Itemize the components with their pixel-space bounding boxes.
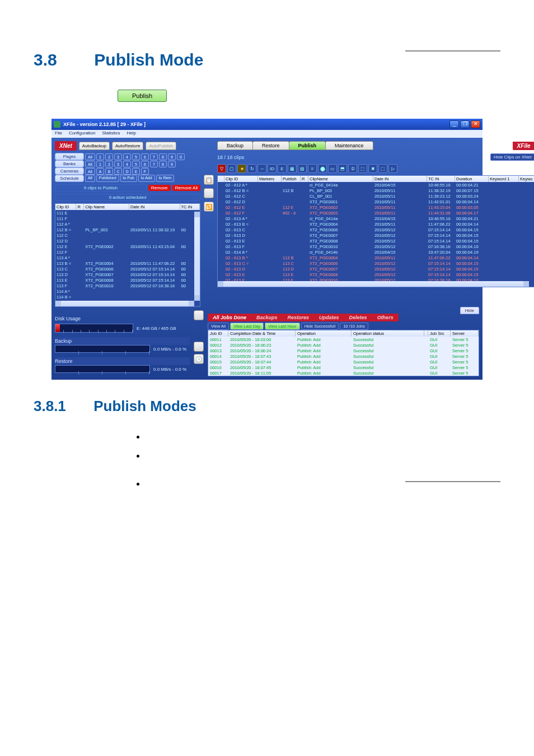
cameras-btn-e[interactable]: E [132,168,140,175]
pages-btn-1[interactable]: 1 [96,153,104,160]
toolbar-icon-10[interactable]: ⬤ [318,164,327,173]
table-row[interactable]: 02 - 612 DXT2_PGE00012010/05/1111:42:01.… [218,199,534,204]
table-row[interactable]: 000112010/05/20 - 18:03:00Publish: AddSu… [208,337,479,342]
table-row[interactable]: 114 A * [55,288,200,294]
toolbar-icon-5[interactable]: ID [268,164,277,173]
table-row[interactable]: 113 FXT2_PGE00102010/05/12 07:16:38.1600 [55,283,200,288]
pages-btn-0[interactable]: 0 [177,153,185,160]
table-row[interactable]: 02 - 613 B *113 BXT2_PGE00042010/05/1111… [218,255,534,260]
hide-clips-button[interactable]: Hide Clips on XNet [490,153,534,161]
table-row[interactable]: 02 - 613 A *cl_PGE_0414a2010/04/1510:46:… [218,216,534,221]
table-row[interactable]: 113 A * [55,255,200,260]
table-row[interactable]: 113 DXT2_PGE00072010/05/12 07:15:14.1400 [55,272,200,277]
filter-last-day[interactable]: View Last Day [230,323,264,330]
table-row[interactable]: 000172010/05/20 - 18:11:05Publish: AddSu… [208,370,479,376]
table-row[interactable]: 000132010/05/20 - 18:06:24Publish: AddSu… [208,348,479,353]
cameras-btn-all[interactable]: All [85,168,95,175]
toolbar-icon-3[interactable]: ↻ [247,164,256,173]
sync-icon[interactable]: 🔁 [204,202,214,212]
remove-button[interactable]: Remove [148,185,171,191]
jobs-hide-button[interactable]: Hide [460,307,479,314]
pages-btn-all[interactable]: All [85,153,95,160]
back-arrow-icon[interactable]: ⬅ [204,188,214,198]
minimize-button[interactable]: _ [449,120,459,128]
banks-btn-8[interactable]: 8 [159,161,167,167]
tab-autopublish[interactable]: AutoPublish [146,142,176,150]
toolbar-icon-9[interactable]: ≡ [308,164,317,173]
table-row[interactable]: 02 - 612 E112 EXT2_PGE00022010/05/1111:4… [218,204,534,210]
banks-btn-5[interactable]: 5 [132,161,140,167]
pages-btn-6[interactable]: 6 [141,153,149,160]
menu-configuration[interactable]: Configuration [69,130,96,137]
check-icon[interactable]: ✔ [194,342,204,352]
table-row[interactable]: 02 - 613 B =XT2_PGE00042010/05/1111:47:0… [218,221,534,227]
table-row[interactable]: 000142010/05/20 - 18:07:43Publish: AddSu… [208,353,479,359]
table-row[interactable]: 02 - 613 D113 DXT2_PGE00072010/05/1207:1… [218,266,534,272]
table-row[interactable]: 112 B =PL_BP_0032010/05/11 11:38:32.1900 [55,227,200,232]
table-row[interactable]: 000122010/05/20 - 18:06:23Publish: AddSu… [208,342,479,348]
cameras-btn-d[interactable]: D [123,168,131,175]
pages-btn-5[interactable]: 5 [132,153,140,160]
banks-btn-6[interactable]: 6 [141,161,149,167]
table-row[interactable]: 114 B = [55,294,200,300]
toolbar-icon-17[interactable]: ▷ [388,164,397,173]
toolbar-icon-1[interactable]: ▢ [227,164,236,173]
jobs-tab-deletes[interactable]: Deletes [344,314,372,321]
table-row[interactable]: 02 - 613 FXT2_PGE00102010/05/1207:16:38.… [218,244,534,249]
table-row[interactable]: 112 F [55,249,200,255]
banks-btn-4[interactable]: 4 [123,161,131,167]
menu-statistics[interactable]: Statistics [102,130,120,137]
table-row[interactable]: 112 D [55,238,200,244]
table-row[interactable]: 111 E [55,210,200,216]
cameras-btn-f[interactable]: F [141,168,149,175]
pages-btn-7[interactable]: 7 [150,153,158,160]
table-row[interactable]: 113 EXT2_PGE00082010/05/12 07:15:14.1400 [55,277,200,283]
schedule-btn-published[interactable]: Published [96,175,119,182]
close-button[interactable]: ✕ [471,120,480,128]
row-label[interactable]: Banks [55,160,84,167]
jobs-tab-backups[interactable]: Backups [251,314,283,321]
banks-btn-1[interactable]: 1 [96,161,104,167]
pages-btn-9[interactable]: 9 [168,153,176,160]
banks-btn-3[interactable]: 3 [114,161,122,167]
toolbar-icon-6[interactable]: E [278,164,287,173]
table-row[interactable]: 112 A * [55,221,200,227]
table-row[interactable]: 111 F [55,216,200,221]
toolbar-icon-16[interactable]: ⬚ [378,164,387,173]
table-row[interactable]: 112 C [55,232,200,238]
toolbar-icon-12[interactable]: ⬒ [338,164,347,173]
tab-backup[interactable]: Backup [217,141,253,150]
schedule-btn-to-add[interactable]: to Add [138,175,155,182]
toolbar-icon-14[interactable]: ⬚ [358,164,367,173]
pages-btn-2[interactable]: 2 [105,153,113,160]
jobs-tab-updates[interactable]: Updates [314,314,344,321]
table-row[interactable]: 113 B =XT2_PGE00042010/05/11 11:47:06.22… [55,260,200,266]
toolbar-icon-15[interactable]: ✖ [368,164,377,173]
cameras-btn-b[interactable]: B [105,168,113,175]
row-label[interactable]: Schedule [55,175,84,182]
table-row[interactable]: 02 - 612 CCL_BP_0012010/05/1111:39:23.12… [218,193,534,199]
banks-btn-all[interactable]: All [85,161,95,167]
pages-btn-8[interactable]: 8 [159,153,167,160]
schedule-btn-to-pub[interactable]: to Pub [120,175,137,182]
tab-restore[interactable]: Restore [252,141,289,150]
cameras-btn-a[interactable]: A [96,168,104,175]
toolbar-icon-7[interactable]: ▦ [288,164,297,173]
table-row[interactable]: 113 CXT2_PGE00062010/05/12 07:15:14.1400 [55,266,200,272]
cameras-btn-c[interactable]: C [114,168,122,175]
table-row[interactable]: 02 - 612 B =112 BPL_BP_0032010/05/1111:3… [218,188,534,193]
jobs-tab-restores[interactable]: Restores [283,314,315,321]
jobs-tab-all[interactable]: All Jobs Done [208,314,251,321]
banks-btn-9[interactable]: 9 [168,161,176,167]
filter-hide-success[interactable]: Hide Successfull [301,323,339,330]
table-row[interactable]: 02 - 613 C =113 CXT2_PGE00062010/05/1207… [218,260,534,266]
jobs-tab-others[interactable]: Others [372,314,399,321]
table-row[interactable]: 02 - 612 A *cl_PGE_0414a2010/04/1510:46:… [218,182,534,188]
tab-publish[interactable]: Publish [289,141,326,150]
maximize-button[interactable]: ❐ [460,120,470,128]
banks-btn-7[interactable]: 7 [150,161,158,167]
filter-last-hour[interactable]: View Last Hour [265,323,300,330]
toolbar-icon-2[interactable]: ★ [237,164,246,173]
filter-view-all[interactable]: View All [208,323,229,330]
scrollbar-horizontal[interactable] [218,281,529,287]
